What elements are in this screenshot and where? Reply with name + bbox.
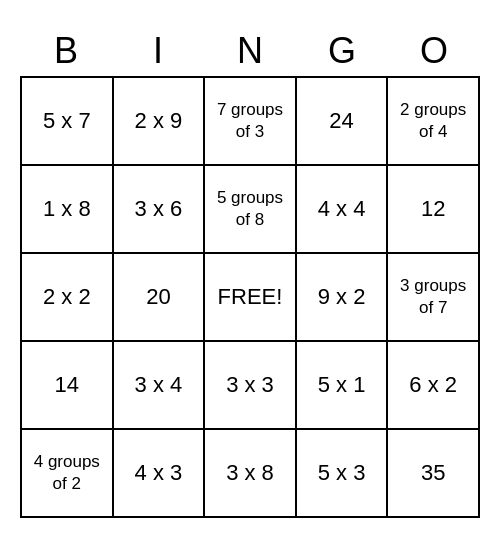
- cell-r3-c0: 14: [22, 342, 114, 430]
- cell-r1-c3: 4 x 4: [297, 166, 389, 254]
- bingo-header: BINGO: [20, 26, 480, 76]
- cell-r2-c3: 9 x 2: [297, 254, 389, 342]
- header-letter: O: [388, 26, 480, 76]
- bingo-grid: 5 x 72 x 97 groups of 3242 groups of 41 …: [20, 76, 480, 518]
- cell-r2-c0: 2 x 2: [22, 254, 114, 342]
- cell-r0-c1: 2 x 9: [114, 78, 206, 166]
- cell-r4-c4: 35: [388, 430, 480, 518]
- cell-r3-c4: 6 x 2: [388, 342, 480, 430]
- header-letter: I: [112, 26, 204, 76]
- header-letter: B: [20, 26, 112, 76]
- cell-r0-c0: 5 x 7: [22, 78, 114, 166]
- cell-r0-c2: 7 groups of 3: [205, 78, 297, 166]
- cell-r4-c3: 5 x 3: [297, 430, 389, 518]
- cell-r2-c1: 20: [114, 254, 206, 342]
- cell-r1-c1: 3 x 6: [114, 166, 206, 254]
- cell-r3-c1: 3 x 4: [114, 342, 206, 430]
- header-letter: N: [204, 26, 296, 76]
- cell-r0-c4: 2 groups of 4: [388, 78, 480, 166]
- cell-r4-c0: 4 groups of 2: [22, 430, 114, 518]
- cell-r1-c0: 1 x 8: [22, 166, 114, 254]
- cell-r4-c1: 4 x 3: [114, 430, 206, 518]
- cell-r4-c2: 3 x 8: [205, 430, 297, 518]
- bingo-card: BINGO 5 x 72 x 97 groups of 3242 groups …: [20, 26, 480, 518]
- cell-r1-c4: 12: [388, 166, 480, 254]
- cell-r0-c3: 24: [297, 78, 389, 166]
- cell-r1-c2: 5 groups of 8: [205, 166, 297, 254]
- cell-r3-c2: 3 x 3: [205, 342, 297, 430]
- cell-r2-c4: 3 groups of 7: [388, 254, 480, 342]
- cell-r3-c3: 5 x 1: [297, 342, 389, 430]
- cell-r2-c2: FREE!: [205, 254, 297, 342]
- header-letter: G: [296, 26, 388, 76]
